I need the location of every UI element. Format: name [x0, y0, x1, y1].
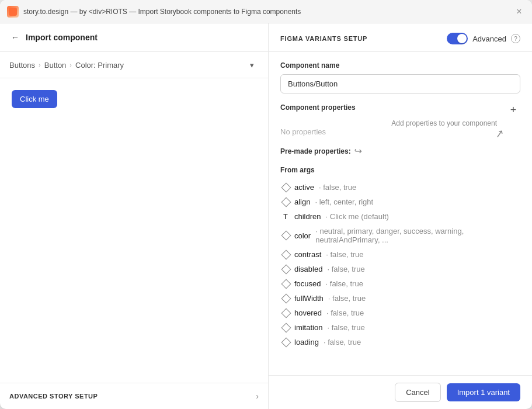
- right-content: Component name Component properties + No…: [269, 52, 532, 375]
- component-properties-label: Component properties: [280, 103, 356, 112]
- no-properties-area: No properties Add properties to your com…: [280, 123, 520, 145]
- arg-name: fullWidth: [294, 294, 324, 303]
- arg-values: · false, true: [327, 323, 364, 332]
- arg-values: · false, true: [326, 309, 364, 317]
- add-properties-hint: Add properties to your component: [391, 119, 497, 127]
- cancel-button[interactable]: Cancel: [395, 383, 440, 402]
- content-area: ← Import component Buttons › Button › Co…: [0, 23, 532, 409]
- diamond-icon: [281, 264, 291, 274]
- import-button[interactable]: Import 1 variant: [447, 383, 520, 401]
- component-properties-header: Component properties +: [280, 103, 520, 117]
- title-bar: story.to.design — by <div>RIOTS — Import…: [0, 0, 532, 23]
- breadcrumb-sep-1: ›: [39, 61, 41, 68]
- advanced-toggle[interactable]: [447, 33, 468, 44]
- pre-made-properties-row: Pre-made properties: ↩: [280, 145, 520, 157]
- list-item: contrast · false, true: [280, 247, 520, 262]
- right-panel-header: FIGMA VARIANTS SETUP Advanced ?: [269, 23, 532, 52]
- toggle-knob: [457, 34, 467, 43]
- arg-name: active: [294, 183, 314, 192]
- arg-name: hovered: [294, 309, 322, 317]
- diamond-icon: [281, 308, 291, 318]
- arg-name: align: [294, 197, 310, 206]
- breadcrumb-dropdown[interactable]: ▾: [245, 58, 259, 72]
- diamond-icon: [281, 337, 291, 347]
- arg-values: · false, true: [324, 338, 361, 346]
- preview-button[interactable]: Click me: [12, 90, 57, 108]
- figma-variants-title: FIGMA VARIANTS SETUP: [280, 35, 367, 42]
- svg-rect-0: [9, 8, 17, 16]
- from-args-label: From args: [280, 166, 520, 174]
- add-property-button[interactable]: +: [506, 103, 520, 117]
- left-panel: ← Import component Buttons › Button › Co…: [0, 23, 269, 409]
- list-item: loading · false, true: [280, 335, 520, 349]
- arg-name: loading: [294, 338, 319, 346]
- advanced-toggle-area: Advanced ?: [447, 33, 520, 44]
- list-item: active · false, true: [280, 180, 520, 195]
- component-name-input[interactable]: [280, 74, 520, 93]
- list-item: T children · Click me (default): [280, 209, 520, 224]
- right-panel: FIGMA VARIANTS SETUP Advanced ? Componen…: [269, 23, 532, 409]
- breadcrumb-button[interactable]: Button: [44, 61, 67, 70]
- footer: Cancel Import 1 variant: [269, 375, 532, 409]
- breadcrumb-buttons[interactable]: Buttons: [9, 61, 35, 70]
- text-icon: T: [281, 213, 290, 221]
- arg-values: · false, true: [326, 279, 363, 288]
- arg-values: · left, center, right: [315, 197, 373, 206]
- list-item: fullWidth · false, true: [280, 291, 520, 306]
- diamond-icon: [281, 293, 291, 303]
- breadcrumb-bar: Buttons › Button › Color: Primary ▾: [0, 52, 268, 78]
- back-button[interactable]: ←: [9, 32, 21, 43]
- breadcrumb-color[interactable]: Color: Primary: [75, 61, 124, 70]
- list-item: focused · false, true: [280, 276, 520, 291]
- diamond-icon: [281, 197, 291, 207]
- arg-values: · false, true: [327, 265, 364, 273]
- list-item: align · left, center, right: [280, 195, 520, 209]
- arg-values: · false, true: [326, 250, 363, 259]
- advanced-story-setup-label: ADVANCED STORY SETUP: [9, 393, 98, 400]
- app-icon: [7, 6, 19, 18]
- close-button[interactable]: ×: [513, 6, 525, 18]
- preview-area: Click me: [0, 78, 268, 383]
- list-item: color · neutral, primary, danger, succes…: [280, 224, 520, 247]
- arg-name: children: [294, 212, 321, 221]
- chevron-right-icon: ›: [256, 391, 259, 401]
- diamond-icon: [281, 182, 291, 192]
- app-window: story.to.design — by <div>RIOTS — Import…: [0, 0, 532, 409]
- advanced-label: Advanced: [472, 34, 506, 43]
- advanced-story-setup[interactable]: ADVANCED STORY SETUP ›: [0, 383, 268, 409]
- arg-values: · false, true: [319, 183, 356, 192]
- arrow-curve-icon: ↗: [494, 127, 505, 141]
- help-icon[interactable]: ?: [511, 34, 520, 43]
- arg-name: contrast: [294, 250, 321, 259]
- window-title: story.to.design — by <div>RIOTS — Import…: [23, 8, 509, 16]
- arg-name: focused: [294, 279, 321, 288]
- component-name-label: Component name: [280, 61, 520, 70]
- left-header: ← Import component: [0, 23, 268, 52]
- arg-name: disabled: [294, 265, 322, 273]
- diamond-icon: [281, 279, 291, 289]
- arg-name: imitation: [294, 323, 322, 332]
- left-panel-title: Import component: [26, 33, 98, 42]
- arg-values: · Click me (default): [326, 212, 389, 221]
- args-list: active · false, true align · left, cente…: [280, 180, 520, 349]
- arg-name: color: [294, 231, 311, 240]
- no-properties-text: No properties: [280, 127, 326, 136]
- diamond-icon: [281, 323, 291, 332]
- pre-made-arrow-icon: ↩: [354, 145, 362, 157]
- arg-values: · false, true: [328, 294, 366, 303]
- breadcrumb-sep-2: ›: [69, 61, 72, 68]
- arg-values: · neutral, primary, danger, success, war…: [315, 227, 520, 244]
- pre-made-label: Pre-made properties:: [280, 147, 351, 155]
- list-item: disabled · false, true: [280, 262, 520, 276]
- list-item: imitation · false, true: [280, 320, 520, 335]
- list-item: hovered · false, true: [280, 306, 520, 320]
- diamond-icon: [281, 231, 291, 241]
- diamond-icon: [281, 249, 291, 259]
